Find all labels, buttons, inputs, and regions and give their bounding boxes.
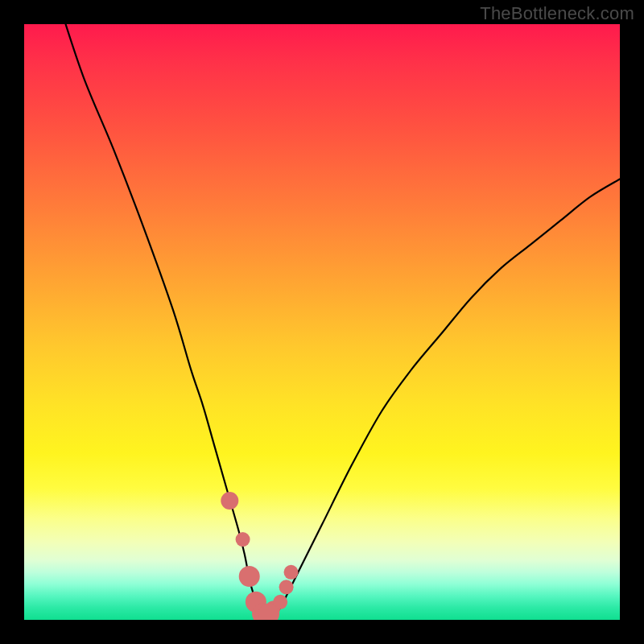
watermark-text: TheBottleneck.com [480, 3, 634, 24]
marker-point [279, 580, 294, 594]
chart-frame: TheBottleneck.com [0, 0, 644, 644]
plot-area [24, 24, 620, 620]
bottleneck-curve [60, 24, 620, 615]
marker-point [284, 565, 299, 580]
marker-point [221, 492, 238, 510]
chart-svg [24, 24, 620, 620]
marker-point [239, 566, 260, 587]
marker-point [236, 532, 250, 547]
